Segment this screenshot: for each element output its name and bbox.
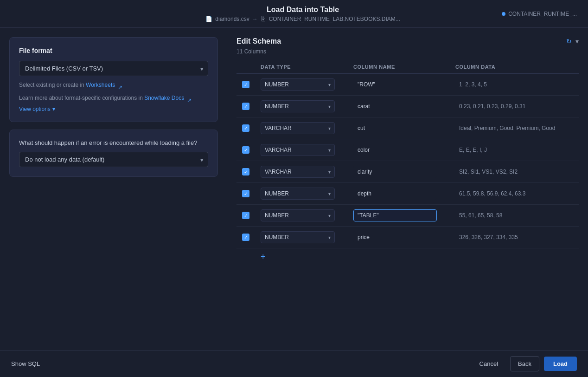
row-4-type-chevron-icon: ▾ bbox=[328, 148, 331, 153]
add-row-button[interactable]: + bbox=[261, 252, 266, 261]
row-5-column-data: SI2, SI1, VS1, VS2, SI2 bbox=[455, 169, 573, 175]
row-4-name-input[interactable] bbox=[353, 144, 437, 156]
file-format-section: File format Delimited Files (CSV or TSV)… bbox=[9, 37, 218, 122]
columns-count: 11 Columns bbox=[236, 48, 579, 55]
breadcrumb-separator: → bbox=[252, 16, 258, 22]
left-panel: File format Delimited Files (CSV or TSV)… bbox=[0, 28, 227, 350]
footer-right: Cancel Back Load bbox=[472, 356, 577, 371]
row-2-name-input[interactable] bbox=[353, 100, 437, 112]
view-options-label: View options bbox=[19, 106, 51, 112]
row-6-checkbox-cell: ✓ bbox=[242, 190, 261, 197]
row-5-name-input[interactable] bbox=[353, 166, 437, 178]
row-3-name-input[interactable] bbox=[353, 122, 437, 134]
load-button[interactable]: Load bbox=[544, 357, 577, 371]
table-row: ✓ NUMBER ▾ 1, 2, 3, 4, 5 bbox=[236, 74, 579, 96]
worksheets-link[interactable]: Worksheets ↗ bbox=[86, 82, 122, 88]
row-4-checkbox-cell: ✓ bbox=[242, 146, 261, 154]
row-2-column-data: 0.23, 0.21, 0.23, 0.29, 0.31 bbox=[455, 103, 573, 110]
row-1-type-dropdown[interactable]: NUMBER ▾ bbox=[261, 78, 335, 91]
row-8-name-input[interactable] bbox=[353, 231, 437, 243]
row-5-type-label: VARCHAR bbox=[265, 169, 326, 175]
connection-label: CONTAINER_RUNTIME_... bbox=[508, 11, 577, 17]
row-7-checkbox[interactable]: ✓ bbox=[242, 212, 249, 219]
cancel-button[interactable]: Cancel bbox=[472, 357, 505, 371]
table-row: ✓ NUMBER ▾ 55, 61, 65, 58, 58 bbox=[236, 205, 579, 227]
table-header-row: DATA TYPE COLUMN NAME COLUMN DATA bbox=[236, 60, 579, 74]
breadcrumb: 📄 diamonds.csv → 🗄 CONTAINER_RUNTIME_LAB… bbox=[205, 16, 400, 22]
breadcrumb-file-icon: 📄 bbox=[205, 16, 212, 22]
helper-text-worksheets: Select existing or create in Worksheets … bbox=[19, 81, 208, 89]
row-4-checkbox[interactable]: ✓ bbox=[242, 146, 249, 154]
row-3-column-data: Ideal, Premium, Good, Premium, Good bbox=[455, 125, 573, 131]
row-4-type-label: VARCHAR bbox=[265, 147, 326, 153]
table-row: ✓ VARCHAR ▾ E, E, E, I, J bbox=[236, 139, 579, 161]
col-header-checkbox bbox=[242, 64, 261, 70]
row-6-column-data: 61.5, 59.8, 56.9, 62.4, 63.3 bbox=[455, 190, 573, 197]
row-5-type-dropdown[interactable]: VARCHAR ▾ bbox=[261, 166, 335, 178]
row-4-type-dropdown[interactable]: VARCHAR ▾ bbox=[261, 144, 335, 156]
helper-text-docs: Learn more about format-specific configu… bbox=[19, 94, 208, 102]
view-options-toggle[interactable]: View options ▾ bbox=[19, 106, 208, 112]
error-handling-select[interactable]: Do not load any data (default) bbox=[19, 152, 208, 167]
file-format-title: File format bbox=[19, 47, 208, 54]
row-5-checkbox[interactable]: ✓ bbox=[242, 168, 249, 176]
schema-actions: ↻ ▾ bbox=[566, 38, 579, 45]
row-8-type-chevron-icon: ▾ bbox=[328, 235, 331, 240]
show-sql-button[interactable]: Show SQL bbox=[11, 360, 40, 367]
row-8-type-dropdown[interactable]: NUMBER ▾ bbox=[261, 231, 335, 243]
back-button[interactable]: Back bbox=[510, 356, 539, 371]
external-link-icon: ↗ bbox=[118, 83, 122, 88]
row-3-checkbox[interactable]: ✓ bbox=[242, 124, 249, 132]
col-header-column-data: COLUMN DATA bbox=[455, 64, 573, 70]
collapse-button[interactable]: ▾ bbox=[575, 38, 579, 45]
row-7-name-input[interactable] bbox=[353, 209, 437, 221]
schema-header: Edit Schema ↻ ▾ bbox=[236, 37, 579, 46]
row-1-type-label: NUMBER bbox=[265, 81, 326, 88]
row-5-checkbox-cell: ✓ bbox=[242, 168, 261, 176]
row-1-checkbox[interactable]: ✓ bbox=[242, 81, 249, 88]
row-1-checkbox-cell: ✓ bbox=[242, 81, 261, 88]
row-1-type-chevron-icon: ▾ bbox=[328, 82, 331, 87]
col-header-column-name: COLUMN NAME bbox=[353, 64, 455, 70]
row-6-checkbox[interactable]: ✓ bbox=[242, 190, 249, 197]
header-connection: CONTAINER_RUNTIME_... bbox=[502, 11, 577, 17]
row-6-type-label: NUMBER bbox=[265, 190, 326, 197]
refresh-button[interactable]: ↻ bbox=[566, 38, 572, 45]
row-8-checkbox[interactable]: ✓ bbox=[242, 234, 249, 241]
row-1-name-input[interactable] bbox=[353, 78, 437, 91]
row-8-column-data: 326, 326, 327, 334, 335 bbox=[455, 234, 573, 240]
table-row: ✓ NUMBER ▾ 61.5, 59.8, 56.9, 62.4, 63.3 bbox=[236, 183, 579, 205]
table-row: ✓ VARCHAR ▾ Ideal, Premium, Good, Premiu… bbox=[236, 117, 579, 139]
row-6-name-input[interactable] bbox=[353, 188, 437, 200]
row-2-checkbox[interactable]: ✓ bbox=[242, 103, 249, 110]
table-row: ✓ NUMBER ▾ 0.23, 0.21, 0.23, 0.29, 0.31 bbox=[236, 96, 579, 117]
row-4-column-data: E, E, E, I, J bbox=[455, 147, 573, 153]
row-8-checkbox-cell: ✓ bbox=[242, 234, 261, 241]
row-2-type-dropdown[interactable]: NUMBER ▾ bbox=[261, 100, 335, 112]
table-row: ✓ VARCHAR ▾ SI2, SI1, VS1, VS2, SI2 bbox=[236, 161, 579, 183]
row-3-type-dropdown[interactable]: VARCHAR ▾ bbox=[261, 122, 335, 134]
page-title: Load Data into Table bbox=[267, 6, 339, 14]
add-row-area: + bbox=[236, 248, 579, 264]
row-7-checkbox-cell: ✓ bbox=[242, 212, 261, 219]
row-6-type-dropdown[interactable]: NUMBER ▾ bbox=[261, 188, 335, 200]
file-format-select[interactable]: Delimited Files (CSV or TSV) bbox=[19, 61, 208, 76]
row-7-type-dropdown[interactable]: NUMBER ▾ bbox=[261, 209, 335, 221]
footer: Show SQL Cancel Back Load bbox=[0, 350, 588, 377]
connection-indicator bbox=[502, 12, 505, 16]
breadcrumb-file: diamonds.csv bbox=[215, 16, 249, 22]
row-2-type-chevron-icon: ▾ bbox=[328, 104, 331, 109]
header: Load Data into Table 📄 diamonds.csv → 🗄 … bbox=[0, 0, 588, 28]
header-center: Load Data into Table 📄 diamonds.csv → 🗄 … bbox=[205, 6, 400, 22]
row-7-column-data: 55, 61, 65, 58, 58 bbox=[455, 212, 573, 219]
external-link-icon-2: ↗ bbox=[187, 96, 192, 101]
error-handling-select-wrapper: Do not load any data (default) ▾ bbox=[19, 152, 208, 167]
row-3-type-chevron-icon: ▾ bbox=[328, 126, 331, 131]
row-1-column-data: 1, 2, 3, 4, 5 bbox=[455, 81, 573, 88]
error-handling-section: What should happen if an error is encoun… bbox=[9, 130, 218, 177]
col-header-data-type: DATA TYPE bbox=[261, 64, 353, 70]
main-content: File format Delimited Files (CSV or TSV)… bbox=[0, 28, 588, 350]
schema-table: DATA TYPE COLUMN NAME COLUMN DATA ✓ NUMB… bbox=[236, 60, 579, 341]
snowflake-docs-link[interactable]: Snowflake Docs ↗ bbox=[144, 95, 191, 101]
row-5-type-chevron-icon: ▾ bbox=[328, 169, 331, 175]
